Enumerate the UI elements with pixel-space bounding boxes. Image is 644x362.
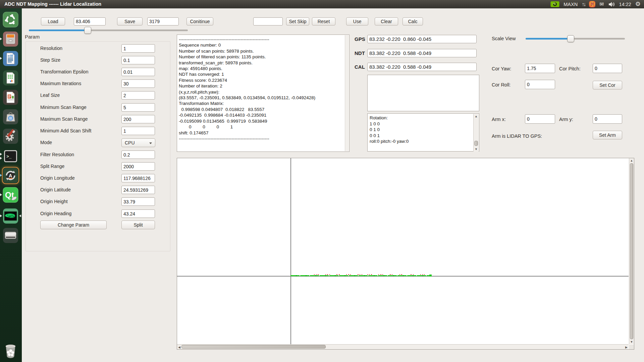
save-value-input[interactable] (147, 17, 179, 25)
map-horizontal-scrollbar[interactable]: ◀ ▶ (177, 344, 629, 349)
cal-value-input[interactable] (367, 63, 477, 71)
libreoffice-impress-icon (3, 89, 18, 105)
param-input-origin-heading[interactable] (121, 209, 155, 218)
param-input-filter-resolution[interactable] (121, 150, 155, 159)
param-input-resolution[interactable] (121, 44, 155, 53)
param-input-minimum-scan-range[interactable] (121, 103, 155, 112)
set-cor-button[interactable]: Set Cor (593, 81, 622, 89)
use-button[interactable]: Use (346, 17, 368, 25)
cor-yaw-input[interactable] (525, 64, 555, 73)
reset-button[interactable]: Reset (312, 17, 335, 25)
launcher-dock: >_AQt (0, 8, 22, 362)
trajectory-point (381, 274, 381, 275)
set-skip-button[interactable]: Set Skip (286, 17, 309, 25)
load-button[interactable]: Load (41, 17, 65, 25)
frame-slider-fill (29, 29, 88, 31)
trajectory-point (348, 274, 349, 275)
scroll-down-icon[interactable]: ▼ (474, 147, 479, 151)
save-button[interactable]: Save (117, 17, 143, 25)
continue-button[interactable]: Conitinue (186, 17, 213, 25)
dock-item-trash[interactable] (3, 342, 18, 360)
param-input-transformation-epsilon[interactable] (121, 68, 155, 76)
calc-button[interactable]: Calc (402, 17, 423, 25)
map-hscroll-thumb[interactable] (181, 345, 326, 349)
split-button[interactable]: Split (121, 221, 155, 229)
rotation-box[interactable]: Rotation: 1 0 0 0 1 0 0 0 1 roll:0 pitch… (367, 113, 479, 152)
dock-item-ubuntu-dash[interactable] (3, 12, 18, 27)
scroll-down-icon[interactable]: ▼ (629, 340, 634, 344)
trajectory-point (401, 274, 402, 275)
ndt-log-box[interactable]: ----------------------------------------… (177, 35, 350, 152)
map-vscroll-thumb[interactable] (630, 163, 633, 339)
arm-note-label: Arm is LIDAR TO GPS: (492, 133, 542, 139)
log-scrollbar[interactable] (345, 35, 349, 151)
dock-item-software-updater[interactable]: A (3, 168, 18, 183)
gps-value-input[interactable] (367, 35, 477, 43)
software-updater-icon: A (3, 168, 18, 183)
param-input-maximum-iterations[interactable] (121, 79, 155, 88)
param-input-leaf-size[interactable] (121, 91, 155, 100)
param-label-filter-resolution: Filter Resolution (40, 152, 74, 157)
rotation-scrollbar[interactable]: ▲ ▼ (473, 114, 479, 152)
scroll-up-icon[interactable]: ▲ (474, 114, 479, 118)
trajectory-point (378, 274, 379, 275)
param-input-maximum-scan-range[interactable] (121, 115, 155, 123)
dock-item-lidar-app[interactable] (3, 208, 18, 224)
rotation-scrollbar-thumb[interactable] (474, 141, 478, 146)
aux-display-box (367, 75, 479, 111)
running-indicator-icon (0, 57, 2, 60)
map-vertical-scrollbar[interactable]: ▲ ▼ (629, 158, 634, 344)
cal-label: CAL (355, 64, 365, 70)
trajectory-point (413, 274, 414, 275)
scale-view-slider-handle[interactable] (567, 35, 574, 42)
gpu-mode-label[interactable]: MAXN (564, 2, 578, 7)
cor-roll-input[interactable] (525, 80, 555, 89)
gear-icon[interactable]: ⚙ (635, 0, 641, 8)
updown-arrows-icon[interactable]: ↑↓ (582, 0, 585, 8)
change-param-button[interactable]: Change Param (40, 221, 107, 229)
map-view[interactable] (177, 158, 634, 350)
dock-item-libreoffice-impress[interactable] (3, 89, 18, 105)
focused-indicator-icon (19, 215, 21, 217)
scrollbar-corner (629, 345, 634, 349)
trajectory-point (362, 274, 362, 275)
clock[interactable]: 14:22 (619, 2, 631, 7)
skip-value-input[interactable] (253, 17, 283, 25)
dock-item-file-cabinet[interactable] (3, 31, 18, 47)
param-input-origin-height[interactable] (121, 197, 155, 206)
dock-item-system-settings[interactable] (3, 128, 18, 144)
clear-button[interactable]: Clear (375, 17, 398, 25)
dock-item-libreoffice-calc[interactable] (3, 70, 18, 86)
load-value-input[interactable] (74, 17, 106, 25)
dock-item-software-center[interactable] (3, 109, 18, 125)
trajectory-point (358, 274, 359, 275)
param-input-split-range[interactable] (121, 162, 155, 171)
scroll-up-icon[interactable]: ▲ (629, 159, 634, 163)
frame-slider-handle[interactable] (84, 27, 91, 34)
dock-item-qt-creator[interactable]: Qt (3, 187, 18, 203)
param-input-origin-longitude[interactable] (121, 174, 155, 182)
arm-y-input[interactable] (593, 114, 622, 124)
dock-item-terminal[interactable]: >_ (3, 148, 18, 164)
trajectory-point (360, 274, 360, 275)
ndt-value-input[interactable] (367, 49, 477, 57)
param-input-origin-latitude[interactable] (121, 186, 155, 194)
speaker-icon[interactable] (608, 2, 615, 7)
envelope-icon[interactable]: ✉ (599, 0, 604, 8)
param-combo-mode[interactable]: CPU (121, 138, 155, 147)
nvidia-logo-icon[interactable] (550, 1, 559, 7)
arm-x-input[interactable] (525, 114, 555, 124)
running-indicator-icon (0, 215, 2, 217)
dock-item-harddisk[interactable] (3, 228, 18, 243)
param-input-step-size[interactable] (121, 56, 155, 64)
input-method-icon[interactable]: 拼 (589, 1, 595, 7)
trajectory-line (290, 275, 431, 276)
set-arm-button[interactable]: Set Arm (593, 131, 622, 139)
dock-item-libreoffice-writer[interactable] (3, 51, 18, 66)
param-label-maximum-iterations: Maximum Iterations (40, 81, 81, 86)
scroll-right-icon[interactable]: ▶ (625, 345, 628, 350)
scroll-left-icon[interactable]: ◀ (178, 345, 180, 350)
qt-creator-icon: Qt (3, 187, 18, 203)
cor-pitch-input[interactable] (593, 64, 622, 73)
param-input-minimum-add-scan-shift[interactable] (121, 127, 155, 135)
